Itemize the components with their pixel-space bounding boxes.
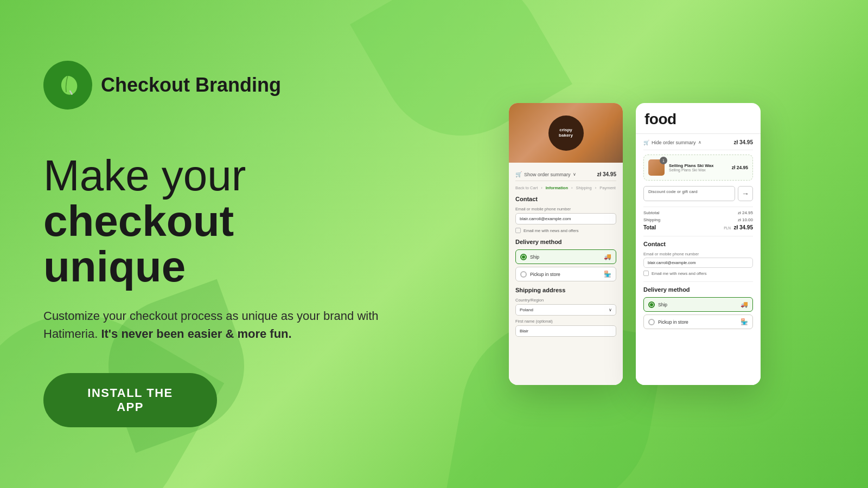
nav-shipping: Shipping xyxy=(576,185,592,190)
newsletter-checkbox[interactable] xyxy=(515,228,521,233)
bakery-header: crispy bakery xyxy=(509,103,623,163)
newsletter-label: Email me with news and offers xyxy=(524,228,579,233)
logo-icon xyxy=(54,72,81,99)
totals-section: Subtotal zł 24.95 Shipping zł 10.00 Tota… xyxy=(643,207,753,230)
food-email-label: Email or mobile phone number xyxy=(643,252,753,256)
shipping-section: Shipping address Country/Region Poland ∨… xyxy=(515,287,616,337)
bakery-logo-text: crispy bakery xyxy=(559,127,573,138)
total-label: Total xyxy=(643,224,656,230)
nav-payment: Payment xyxy=(599,185,616,190)
food-newsletter-label: Email me with news and offers xyxy=(652,271,707,276)
food-ship-option[interactable]: Ship 🚚 xyxy=(643,297,753,312)
pickup-option[interactable]: Pickup in store 🏪 xyxy=(515,267,616,281)
headline: Make your checkout unique xyxy=(43,153,380,290)
product-name: Selling Plans Ski Wax xyxy=(669,163,727,168)
product-box: 1 Selling Plans Ski Wax Selling Plans Sk… xyxy=(643,155,753,181)
discount-input[interactable]: Discount code or gift card xyxy=(643,186,735,201)
order-summary-bar: 🛒 Show order summary ∨ zł 34.95 xyxy=(515,168,616,181)
subtotal-value: zł 24.95 xyxy=(738,210,753,215)
subtotal-label: Subtotal xyxy=(643,210,659,215)
nav-information: Information xyxy=(546,185,568,190)
food-newsletter-row: Email me with news and offers xyxy=(643,271,753,276)
pickup-label: Pickup in store xyxy=(530,272,604,277)
food-header: food xyxy=(636,103,761,134)
headline-light: Make your xyxy=(43,153,380,198)
country-label: Country/Region xyxy=(515,298,616,303)
logo-container: Checkout Branding xyxy=(43,61,380,110)
store-icon: 🏪 xyxy=(604,271,611,278)
logo-text: Checkout Branding xyxy=(101,74,281,96)
food-contact-section: Contact Email or mobile phone number bla… xyxy=(643,241,753,276)
country-select[interactable]: Poland ∨ xyxy=(515,304,616,316)
food-summary-label: Hide order summary xyxy=(652,140,696,145)
left-section: Checkout Branding Make your checkout uni… xyxy=(0,28,423,460)
main-container: Checkout Branding Make your checkout uni… xyxy=(0,0,868,488)
newsletter-checkbox-row: Email me with news and offers xyxy=(515,228,616,233)
food-contact-title: Contact xyxy=(643,241,753,247)
divider-2 xyxy=(643,281,753,282)
order-price: zł 34.95 xyxy=(597,171,616,177)
shipping-value: zł 10.00 xyxy=(738,217,753,222)
product-thumbnail: 1 xyxy=(648,159,665,176)
food-store-icon: 🏪 xyxy=(741,318,748,325)
shipping-row: Shipping zł 10.00 xyxy=(643,217,753,222)
checkout-nav: Back to Cart › Information › Shipping › … xyxy=(515,185,616,190)
delivery-title: Delivery method xyxy=(515,239,616,245)
food-order-summary-row: 🛒 Hide order summary ∧ zł 34.95 xyxy=(643,139,753,150)
product-price: zł 24.95 xyxy=(732,165,748,170)
cart-icon-food: 🛒 xyxy=(643,140,649,145)
right-section: crispy bakery 🛒 Show order summary ∨ zł … xyxy=(423,0,868,488)
nav-back-to-cart: Back to Cart xyxy=(515,185,538,190)
total-value: PLN zł 34.95 xyxy=(724,224,753,230)
food-ship-label: Ship xyxy=(658,302,741,307)
shipping-title: Shipping address xyxy=(515,287,616,293)
truck-icon: 🚚 xyxy=(604,253,611,260)
logo-circle xyxy=(43,61,92,110)
bakery-checkout-card: crispy bakery 🛒 Show order summary ∨ zł … xyxy=(509,103,623,385)
firstname-label: First name (optional) xyxy=(515,319,616,324)
cart-icon: 🛒 xyxy=(515,171,522,177)
product-sub: Selling Plans Ski Wax xyxy=(669,168,727,172)
divider xyxy=(643,236,753,236)
food-delivery-section: Delivery method Ship 🚚 Pickup in store 🏪 xyxy=(643,286,753,329)
bakery-card-body: 🛒 Show order summary ∨ zł 34.95 Back to … xyxy=(509,163,623,385)
bakery-logo: crispy bakery xyxy=(548,115,584,151)
food-order-price: zł 34.95 xyxy=(733,139,753,145)
discount-row: Discount code or gift card → xyxy=(643,186,753,201)
shipping-label: Shipping xyxy=(643,217,660,222)
subtotal-row: Subtotal zł 24.95 xyxy=(643,210,753,215)
food-truck-icon: 🚚 xyxy=(741,301,748,308)
email-label: Email or mobile phone number xyxy=(515,207,616,211)
chevron-down-icon: ∨ xyxy=(609,307,612,312)
app-name: Checkout Branding xyxy=(101,74,281,96)
ship-radio xyxy=(520,254,527,260)
product-badge: 1 xyxy=(660,157,667,164)
food-pickup-radio xyxy=(648,319,655,325)
ship-option[interactable]: Ship 🚚 xyxy=(515,249,616,264)
contact-title: Contact xyxy=(515,196,616,202)
food-checkout-card: food 🛒 Hide order summary ∧ zł 34.95 xyxy=(636,103,761,385)
pickup-radio xyxy=(520,271,527,278)
email-input[interactable]: blair.carroll@example.com xyxy=(515,213,616,224)
food-newsletter-checkbox[interactable] xyxy=(643,271,649,276)
product-item: 1 Selling Plans Ski Wax Selling Plans Sk… xyxy=(648,159,748,176)
food-delivery-title: Delivery method xyxy=(643,286,753,293)
food-card-body: 🛒 Hide order summary ∧ zł 34.95 1 Sellin… xyxy=(636,134,761,385)
hero-subtext: Customize your checkout process as uniqu… xyxy=(43,307,380,343)
product-info: Selling Plans Ski Wax Selling Plans Ski … xyxy=(669,163,727,172)
food-ship-radio xyxy=(648,301,655,308)
chevron-up-icon: ∧ xyxy=(698,140,701,145)
food-pickup-option[interactable]: Pickup in store 🏪 xyxy=(643,314,753,329)
food-pickup-label: Pickup in store xyxy=(658,319,741,325)
firstname-input[interactable]: Blair xyxy=(515,325,616,337)
total-row: Total PLN zł 34.95 xyxy=(643,224,753,230)
food-logo: food xyxy=(644,111,752,128)
food-email-value[interactable]: blair.carroll@example.com xyxy=(643,258,753,268)
delivery-section: Delivery method Ship 🚚 Pickup in store 🏪 xyxy=(515,239,616,281)
discount-apply-button[interactable]: → xyxy=(738,186,753,201)
install-app-button[interactable]: INSTALL THE APP xyxy=(43,373,217,427)
ship-label: Ship xyxy=(530,254,604,260)
order-summary-label: 🛒 Show order summary ∨ xyxy=(515,171,576,177)
headline-bold: checkout unique xyxy=(43,198,380,290)
